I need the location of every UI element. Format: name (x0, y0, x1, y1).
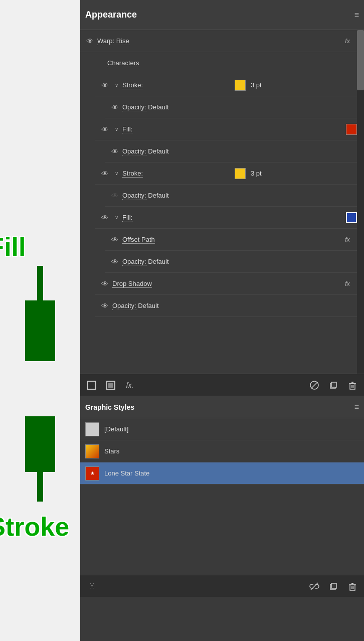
visibility-icon-offset-path[interactable]: 👁 (109, 234, 120, 245)
arrow-down-icon (25, 261, 55, 361)
svg-rect-6 (108, 383, 113, 388)
appearance-row-opacity1[interactable]: 👁 Opacity: Default (105, 96, 364, 118)
arrow-up-icon (25, 416, 55, 507)
appearance-toolbar: fx. (80, 374, 364, 396)
appearance-row-warp-rise[interactable]: 👁 Warp: Rise fx (80, 30, 364, 52)
visibility-icon-opacity1[interactable]: 👁 (109, 102, 120, 113)
appearance-panel: Appearance ≡ 👁 Warp: Rise fx Characters … (80, 0, 364, 396)
graphic-style-libraries-button[interactable]: ℍ (85, 580, 98, 593)
visibility-icon-opacity5[interactable]: 👁 (99, 300, 110, 311)
appearance-row-drop-shadow[interactable]: 👁 Drop Shadow fx (95, 273, 364, 295)
duplicate-item-button[interactable] (327, 379, 340, 392)
fill2-color-swatch[interactable] (346, 212, 357, 223)
svg-line-8 (311, 382, 317, 388)
chevron-fill2[interactable]: ∨ (112, 214, 120, 222)
graphic-styles-header: Graphic Styles ≡ (80, 396, 364, 418)
visibility-icon-fill2[interactable]: 👁 (99, 212, 110, 223)
graphic-styles-panel: Graphic Styles ≡ [Default] Stars ★ Lone … (80, 396, 364, 597)
appearance-row-offset-path[interactable]: 👁 Offset Path fx (105, 229, 364, 251)
chevron-fill1[interactable]: ∨ (112, 125, 120, 133)
new-stroke-button[interactable] (104, 379, 117, 392)
appearance-row-stroke1[interactable]: 👁 ∨ Stroke: 3 pt (95, 74, 364, 96)
visibility-icon-drop-shadow[interactable]: 👁 (99, 278, 110, 289)
warp-rise-label: Warp: Rise (97, 37, 345, 45)
characters-label: Characters (107, 59, 360, 67)
gs-unlink-button[interactable] (308, 580, 321, 593)
opacity3-label: Opacity: Default (122, 192, 360, 199)
appearance-row-opacity3[interactable]: 👁 Opacity: Default (105, 185, 364, 207)
stroke2-label: Stroke: (122, 170, 232, 177)
appearance-row-opacity4[interactable]: 👁 Opacity: Default (105, 251, 364, 273)
appearance-panel-content: 👁 Warp: Rise fx Characters 👁 ∨ Stroke: 3… (80, 30, 364, 391)
scrollbar-thumb[interactable] (357, 30, 364, 90)
style-label-lone-star: Lone Star State (104, 469, 149, 477)
appearance-row-characters: Characters (80, 52, 364, 74)
style-thumb-default (85, 422, 99, 436)
visibility-icon-warp[interactable]: 👁 (84, 36, 95, 47)
annotation-new-stroke: New Stroke (0, 512, 69, 542)
delete-item-button[interactable] (346, 379, 359, 392)
drop-shadow-label: Drop Shadow (112, 280, 345, 287)
clear-appearance-button[interactable] (308, 379, 321, 392)
fill1-label: Fill: (122, 125, 343, 133)
appearance-row-stroke2[interactable]: 👁 ∨ Stroke: 3 pt (95, 163, 364, 185)
style-label-default: [Default] (104, 425, 128, 433)
graphic-styles-list: [Default] Stars ★ Lone Star State (80, 418, 364, 485)
visibility-icon-opacity3[interactable]: 👁 (109, 190, 120, 201)
appearance-row-opacity5[interactable]: 👁 Opacity: Default (95, 295, 364, 317)
new-fill-button[interactable] (85, 379, 98, 392)
appearance-panel-header: Appearance ≡ (80, 0, 364, 30)
visibility-icon-stroke1[interactable]: 👁 (99, 80, 110, 91)
stroke2-color-swatch[interactable] (235, 168, 246, 179)
appearance-row-fill1[interactable]: 👁 ∨ Fill: (95, 118, 364, 140)
graphic-styles-menu-icon[interactable]: ≡ (354, 403, 359, 412)
stroke1-size: 3 pt (251, 81, 360, 89)
offset-path-label: Offset Path (122, 236, 345, 243)
visibility-icon-opacity2[interactable]: 👁 (109, 146, 120, 157)
visibility-icon-fill1[interactable]: 👁 (99, 124, 110, 135)
graphic-style-item-lone-star[interactable]: ★ Lone Star State (80, 462, 364, 485)
panel-container: × » Appearance ≡ 👁 Warp: Rise fx Charact… (80, 0, 364, 641)
chevron-stroke1[interactable]: ∨ (112, 81, 120, 89)
appearance-menu-icon[interactable]: ≡ (354, 11, 359, 20)
left-whitespace: New Fill New Stroke (0, 0, 80, 641)
svg-rect-19 (331, 583, 336, 588)
opacity1-label: Opacity: Default (122, 103, 360, 111)
opacity2-label: Opacity: Default (122, 147, 360, 155)
opacity5-label: Opacity: Default (112, 302, 360, 309)
fill2-label: Fill: (122, 214, 343, 221)
graphic-styles-title: Graphic Styles (85, 403, 134, 411)
style-label-stars: Stars (104, 447, 119, 455)
gs-duplicate-button[interactable] (327, 580, 340, 593)
visibility-icon-opacity4[interactable]: 👁 (109, 256, 120, 267)
add-effect-button[interactable]: fx. (123, 379, 136, 392)
stroke1-label: Stroke: (122, 81, 232, 89)
scrollbar[interactable] (357, 30, 364, 391)
style-thumb-stars (85, 444, 99, 458)
svg-line-17 (311, 583, 318, 590)
graphic-styles-toolbar: ℍ (80, 575, 364, 597)
annotation-new-fill: New Fill (0, 232, 26, 262)
gs-delete-button[interactable] (346, 580, 359, 593)
svg-rect-10 (331, 382, 336, 387)
appearance-row-fill2[interactable]: 👁 ∨ Fill: (95, 207, 364, 229)
fill1-color-swatch[interactable] (346, 124, 357, 135)
appearance-row-opacity2[interactable]: 👁 Opacity: Default (105, 140, 364, 163)
graphic-style-item-stars[interactable]: Stars (80, 440, 364, 462)
visibility-icon-stroke2[interactable]: 👁 (99, 168, 110, 179)
opacity4-label: Opacity: Default (122, 258, 360, 265)
stroke1-color-swatch[interactable] (235, 80, 246, 91)
stroke2-size: 3 pt (251, 170, 360, 177)
style-thumb-lone-star: ★ (85, 466, 99, 480)
graphic-style-item-default[interactable]: [Default] (80, 418, 364, 440)
appearance-title: Appearance (85, 10, 137, 20)
svg-rect-4 (88, 381, 96, 389)
chevron-stroke2[interactable]: ∨ (112, 170, 120, 178)
